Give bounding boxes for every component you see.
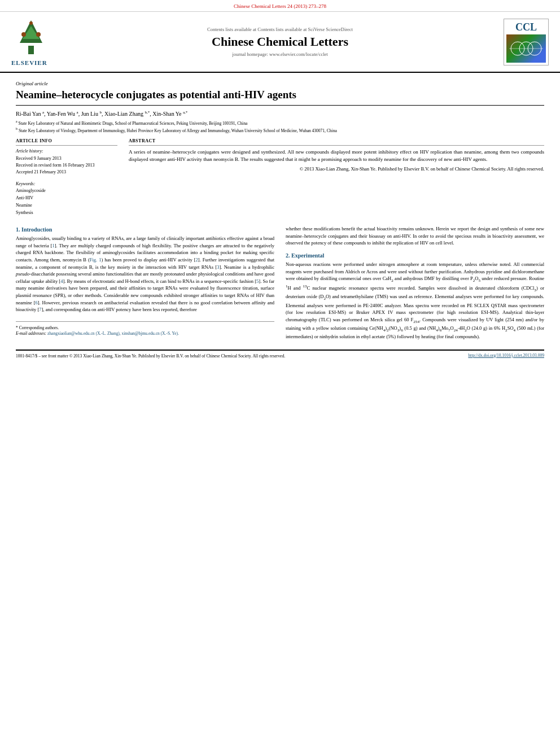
elsevier-brand-text: ELSEVIER: [11, 59, 62, 66]
svg-point-5: [29, 21, 33, 25]
footnote-area: * Corresponding authors. E-mail addresse…: [16, 321, 274, 337]
accepted-date: Accepted 21 February 2013: [16, 169, 117, 176]
elsevier-tree-icon: [11, 18, 51, 57]
keywords-label: Keywords:: [16, 181, 117, 186]
keywords-section: Keywords: Aminoglycoside Anti-HIV Neamin…: [16, 181, 117, 216]
article-type: Original article: [16, 77, 544, 86]
journal-header: ELSEVIER Contents lists available at Con…: [0, 12, 560, 73]
main-content: Original article Neamine–heterocycle con…: [0, 73, 560, 368]
article-info-label: ARTICLE INFO: [16, 138, 117, 143]
divider-2: [129, 145, 544, 146]
intro-continuation-text: whether these modifications benefit the …: [286, 225, 544, 247]
intro-text: Aminoglycosides, usually binding to a va…: [16, 235, 274, 313]
email-1[interactable]: zhangxiaolian@whu.edu.cn (X.-L. Zhang),: [47, 331, 121, 336]
journal-citation-header: Chinese Chemical Letters 24 (2013) 273–2…: [0, 0, 560, 12]
abstract-text: A series of neamine–heterocycle conjugat…: [129, 148, 544, 163]
svg-point-4: [36, 32, 41, 37]
experimental-heading: 2. Experimental: [286, 252, 544, 259]
svg-point-3: [21, 32, 26, 37]
bottom-bar: 1001-8417/$ – see front matter © 2013 Xi…: [16, 350, 544, 359]
info-abstract-section: ARTICLE INFO Article history: Received 9…: [16, 138, 544, 216]
authors-line: Ri-Bai Yan a, Yan-Fen Wu a, Jun Liu b, X…: [16, 110, 544, 117]
body-area: 1. Introduction Aminoglycosides, usually…: [16, 225, 544, 340]
ccl-letters: CCL: [506, 21, 546, 33]
affiliation-a: a a State Key Laboratory of Natural and …: [16, 119, 544, 126]
journal-citation: Chinese Chemical Letters 24 (2013) 273–2…: [234, 3, 326, 9]
elsevier-logo: ELSEVIER: [11, 18, 62, 66]
sciverse-line: Contents lists available at Contents lis…: [62, 27, 498, 32]
ccl-logo: CCL: [498, 19, 549, 65]
journal-homepage: journal homepage: www.elsevier.com/locat…: [62, 51, 498, 57]
email-2[interactable]: xinshan@bjmu.edu.cn (X.-S. Ye).: [121, 331, 178, 336]
svg-rect-0: [28, 46, 34, 54]
experimental-text: Non-aqueous reactions were performed und…: [286, 261, 544, 340]
footnote-corresponding: * Corresponding authors.: [16, 325, 274, 331]
abstract-col: ABSTRACT A series of neamine–heterocycle…: [129, 138, 544, 216]
page: Chinese Chemical Letters 24 (2013) 273–2…: [0, 0, 560, 747]
body-right-column: whether these modifications benefit the …: [286, 225, 544, 340]
keyword-4: Synthesis: [16, 209, 117, 217]
keyword-2: Anti-HIV: [16, 195, 117, 202]
body-left-column: 1. Introduction Aminoglycosides, usually…: [16, 225, 274, 340]
copyright-text: © 2013 Xiao-Lian Zhang, Xin-Shan Ye. Pub…: [129, 166, 544, 173]
history-label: Article history:: [16, 148, 117, 154]
abstract-label: ABSTRACT: [129, 138, 544, 143]
article-title: Neamine–heterocycle conjugates as potent…: [16, 89, 544, 106]
keyword-3: Neamine: [16, 202, 117, 209]
ccl-box: CCL: [504, 19, 549, 65]
received-date: Received 9 January 2013: [16, 155, 117, 162]
received-revised-date: Received in revised form 16 February 201…: [16, 162, 117, 169]
intro-heading: 1. Introduction: [16, 226, 274, 233]
affiliations: a a State Key Laboratory of Natural and …: [16, 119, 544, 134]
ccl-image: [506, 34, 546, 63]
ccl-decorative-image: [509, 37, 543, 60]
keyword-1: Aminoglycoside: [16, 187, 117, 195]
divider-1: [16, 145, 117, 146]
bottom-issn: 1001-8417/$ – see front matter © 2013 Xi…: [16, 353, 285, 359]
article-info-col: ARTICLE INFO Article history: Received 9…: [16, 138, 117, 216]
footnote-email-label: E-mail addresses: zhangxiaolian@whu.edu.…: [16, 331, 274, 337]
bottom-doi[interactable]: http://dx.doi.org/10.1016/j.cclet.2013.0…: [468, 353, 544, 358]
journal-center-info: Contents lists available at Contents lis…: [62, 27, 498, 57]
journal-title: Chinese Chemical Letters: [62, 34, 498, 49]
affiliation-b: b State Key Laboratory of Virology, Depa…: [16, 126, 544, 134]
contents-text: Contents lists available at SciVerse Sci…: [257, 27, 353, 32]
